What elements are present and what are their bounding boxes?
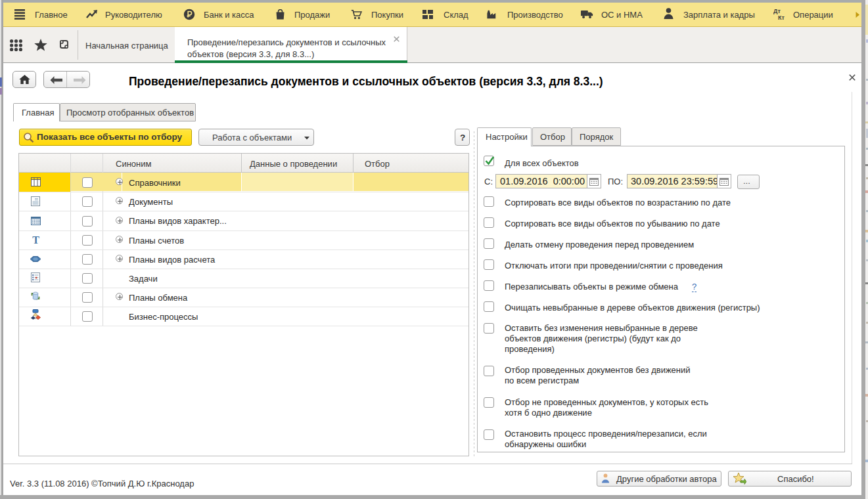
svg-text:Дт: Дт <box>773 8 781 14</box>
svg-text:T: T <box>32 234 39 245</box>
svg-text:Кт: Кт <box>778 14 785 20</box>
